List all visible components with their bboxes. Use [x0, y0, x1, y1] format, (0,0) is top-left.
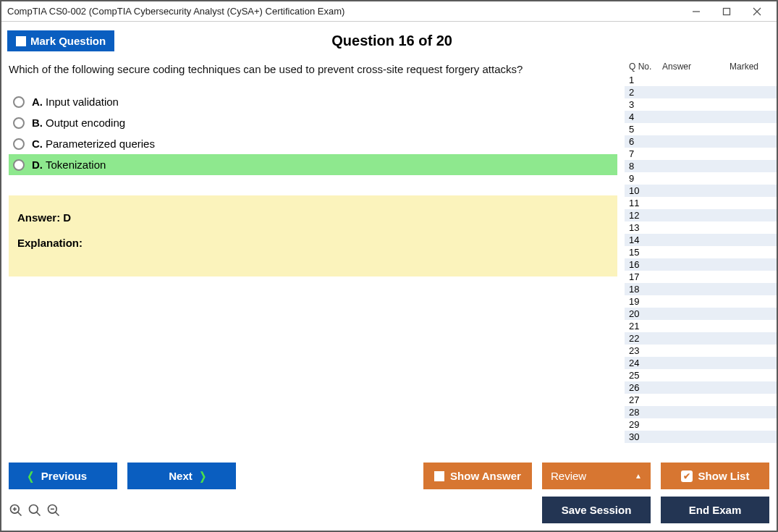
option-b[interactable]: B. Output encoding — [9, 112, 617, 133]
previous-button[interactable]: ❬ Previous — [9, 463, 117, 489]
qlist-cell-qno: 30 — [629, 431, 662, 443]
footer-row-2: Save Session End Exam — [9, 497, 769, 523]
qlist-cell-answer — [662, 111, 716, 123]
svg-line-5 — [18, 512, 22, 515]
zoom-in-icon[interactable] — [9, 503, 23, 518]
qlist-cell-qno: 27 — [629, 394, 662, 406]
qlist-cell-answer — [662, 209, 716, 221]
zoom-out-icon[interactable] — [46, 503, 61, 518]
qlist-row[interactable]: 8 — [625, 160, 777, 172]
qlist-row[interactable]: 3 — [625, 98, 777, 111]
end-exam-button[interactable]: End Exam — [661, 497, 769, 523]
qlist-cell-marked — [716, 221, 777, 234]
qlist-row[interactable]: 22 — [625, 332, 777, 345]
qlist-row[interactable]: 6 — [625, 135, 777, 148]
zoom-reset-icon[interactable] — [28, 503, 42, 518]
qlist-row[interactable]: 30 — [625, 431, 777, 443]
qlist-cell-marked — [716, 234, 777, 246]
qlist-cell-marked — [716, 86, 777, 98]
show-answer-button[interactable]: Show Answer — [423, 463, 532, 489]
qlist-cell-answer — [662, 148, 716, 160]
qlist-cell-answer — [662, 418, 716, 431]
qlist-cell-marked — [716, 185, 777, 197]
close-icon[interactable] — [742, 2, 772, 21]
next-button[interactable]: Next ❭ — [127, 463, 236, 489]
qlist-row[interactable]: 29 — [625, 418, 777, 431]
qlist-cell-answer — [662, 320, 716, 332]
qlist-cell-marked — [716, 271, 777, 283]
qlist-cell-marked — [716, 209, 777, 221]
qlist-row[interactable]: 11 — [625, 197, 777, 209]
qlist-cell-qno: 21 — [629, 320, 662, 332]
qlist-cell-answer — [662, 160, 716, 172]
qlist-row[interactable]: 23 — [625, 345, 777, 357]
option-text: Output encoding — [46, 117, 125, 129]
qlist-row[interactable]: 4 — [625, 111, 777, 123]
qlist-cell-marked — [716, 98, 777, 111]
svg-line-9 — [37, 512, 41, 515]
save-session-button[interactable]: Save Session — [542, 497, 651, 523]
qlist-row[interactable]: 15 — [625, 246, 777, 258]
qlist-cell-answer — [662, 74, 716, 86]
mark-question-button[interactable]: Mark Question — [7, 30, 114, 51]
qlist-body[interactable]: 1234567891011121314151617181920212223242… — [625, 74, 777, 457]
qlist-cell-qno: 6 — [629, 135, 662, 148]
qlist-row[interactable]: 18 — [625, 283, 777, 295]
show-list-button[interactable]: ✔ Show List — [661, 463, 769, 489]
qlist-cell-answer — [662, 258, 716, 271]
option-d[interactable]: D. Tokenization — [9, 154, 617, 175]
qlist-cell-qno: 16 — [629, 258, 662, 271]
qlist-row[interactable]: 21 — [625, 320, 777, 332]
qlist-row[interactable]: 27 — [625, 394, 777, 406]
top-row: Mark Question Question 16 of 20 — [1, 22, 777, 59]
review-button[interactable]: Review ▲ — [542, 463, 651, 489]
qlist-row[interactable]: 20 — [625, 308, 777, 320]
radio-icon — [13, 96, 25, 108]
qlist-row[interactable]: 5 — [625, 123, 777, 135]
qlist-row[interactable]: 9 — [625, 172, 777, 185]
qlist-row[interactable]: 13 — [625, 221, 777, 234]
qlist-row[interactable]: 19 — [625, 295, 777, 308]
window-title: CompTIA CS0-002 (CompTIA Cybersecurity A… — [7, 6, 681, 17]
qlist-row[interactable]: 10 — [625, 185, 777, 197]
qlist-row[interactable]: 25 — [625, 369, 777, 381]
footer: ❬ Previous Next ❭ Show Answer Review ▲ — [1, 457, 777, 531]
qlist-row[interactable]: 14 — [625, 234, 777, 246]
qlist-cell-qno: 15 — [629, 246, 662, 258]
qlist-cell-qno: 25 — [629, 369, 662, 381]
option-a[interactable]: A. Input validation — [9, 91, 617, 112]
qlist-row[interactable]: 17 — [625, 271, 777, 283]
show-answer-label: Show Answer — [450, 470, 521, 482]
question-list-panel: Q No. Answer Marked 12345678910111213141… — [625, 59, 777, 457]
qlist-cell-qno: 4 — [629, 111, 662, 123]
checkbox-icon — [16, 36, 26, 46]
qlist-row[interactable]: 16 — [625, 258, 777, 271]
qlist-row[interactable]: 26 — [625, 381, 777, 394]
qlist-header-marked: Marked — [716, 62, 772, 72]
chevron-up-icon: ▲ — [635, 472, 642, 480]
qlist-row[interactable]: 28 — [625, 406, 777, 418]
qlist-header-answer: Answer — [662, 62, 716, 72]
qlist-cell-answer — [662, 308, 716, 320]
checkbox-icon — [434, 471, 444, 481]
qlist-row[interactable]: 1 — [625, 74, 777, 86]
qlist-cell-qno: 14 — [629, 234, 662, 246]
qlist-row[interactable]: 7 — [625, 148, 777, 160]
chevron-right-icon: ❭ — [198, 470, 208, 483]
option-letter: A. — [32, 96, 43, 108]
qlist-cell-marked — [716, 74, 777, 86]
minimize-icon[interactable] — [681, 2, 711, 21]
qlist-row[interactable]: 24 — [625, 357, 777, 369]
answer-line: Answer: D — [17, 211, 609, 224]
qlist-cell-marked — [716, 135, 777, 148]
option-c[interactable]: C. Parameterized queries — [9, 133, 617, 154]
mark-question-label: Mark Question — [30, 35, 106, 47]
maximize-icon[interactable] — [711, 2, 742, 21]
qlist-cell-answer — [662, 369, 716, 381]
qlist-row[interactable]: 2 — [625, 86, 777, 98]
qlist-row[interactable]: 12 — [625, 209, 777, 221]
qlist-cell-qno: 9 — [629, 172, 662, 185]
qlist-cell-marked — [716, 246, 777, 258]
qlist-cell-answer — [662, 283, 716, 295]
option-letter: C. — [32, 138, 43, 150]
